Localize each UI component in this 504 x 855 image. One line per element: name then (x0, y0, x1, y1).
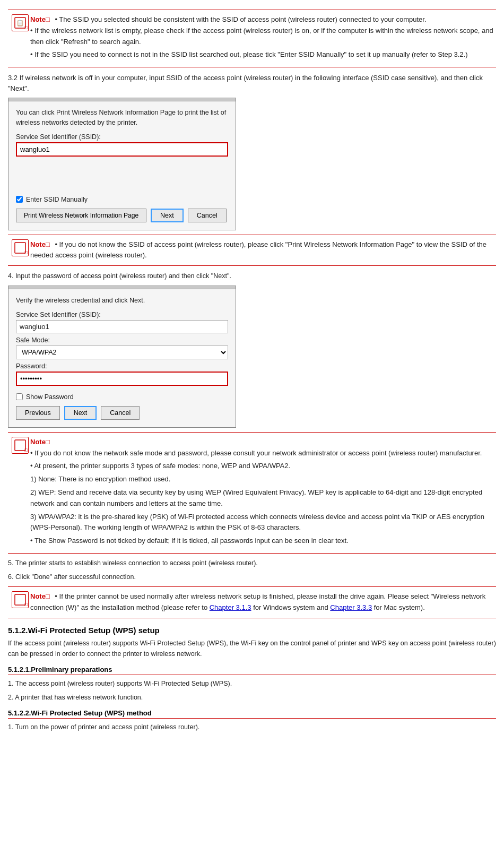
wps-section-title: 5.1.2.Wi-Fi Protected Setup (WPS) setup (8, 626, 496, 635)
print-network-info-button[interactable]: Print Wireless Network Information Page (16, 209, 146, 222)
enter-ssid-manually-label: Enter SSID Manually (26, 196, 88, 203)
wps-subsection1-title: 5.1.2.1.Preliminary preparations (8, 666, 496, 675)
password-input[interactable] (16, 372, 228, 386)
step6-text: 6. Click "Done" after successful connect… (8, 572, 496, 582)
wps-prep-2: 2. A printer that has wireless network f… (8, 692, 496, 703)
svg-text:📋: 📋 (16, 19, 24, 27)
wps-prep-1: 1. The access point (wireless router) su… (8, 678, 496, 689)
chapter333-link[interactable]: Chapter 3.3.3 (330, 603, 372, 611)
step4-desc: Verify the wireless credential and click… (16, 296, 228, 306)
note-4: Note□ • If the printer cannot be used no… (8, 586, 496, 618)
step4-cancel-button[interactable]: Cancel (101, 406, 140, 420)
password-label: Password: (16, 362, 228, 370)
ssid-input[interactable] (16, 142, 228, 157)
step32-desc: You can click Print Wireless Network Inf… (16, 108, 228, 128)
svg-rect-3 (15, 440, 25, 451)
safe-mode-select[interactable]: WPA/WPA2 WEP None (16, 346, 228, 359)
note-2-content: Note□ • If you do not know the SSID of a… (30, 239, 494, 262)
step4-buttons: Previous Next Cancel (16, 406, 228, 420)
ssid-label: Service Set Identifier (SSID): (16, 133, 228, 141)
show-password-row: Show Password (16, 393, 228, 401)
note-4-content: Note□ • If the printer cannot be used no… (30, 591, 494, 614)
wps-desc: If the access point (wireless router) su… (8, 638, 496, 659)
wps-subsection2-title: 5.1.2.2.Wi-Fi Protected Setup (WPS) meth… (8, 709, 496, 719)
note-icon-4 (10, 591, 30, 608)
note-icon-3 (10, 437, 30, 454)
safe-mode-label: Safe Mode: (16, 336, 228, 344)
note-2: Note□ • If you do not know the SSID of a… (8, 235, 496, 266)
note-1: 📋 Note□ • The SSID you selected should b… (8, 10, 496, 67)
step4-ssid-value: wangluo1 (16, 320, 228, 333)
wps-method-1: 1. Turn on the power of printer and acce… (8, 722, 496, 732)
show-password-checkbox[interactable] (16, 393, 23, 400)
show-password-label: Show Password (26, 393, 74, 401)
step32-heading: 3.2 If wireless network is off in your c… (8, 73, 496, 93)
step4-ssid-label: Service Set Identifier (SSID): (16, 311, 228, 318)
previous-button[interactable]: Previous (16, 406, 60, 420)
note-icon-2 (10, 239, 30, 256)
step32-buttons: Print Wireless Network Information Page … (16, 209, 228, 222)
note-3: Note□ • If you do not know the network s… (8, 432, 496, 554)
note-3-content: Note□ • If you do not know the network s… (30, 437, 494, 549)
enter-ssid-manually-row: Enter SSID Manually (16, 196, 228, 203)
note-icon-1: 📋 (10, 14, 30, 31)
svg-rect-4 (15, 594, 25, 605)
step4-dialog: Verify the wireless credential and click… (8, 286, 236, 428)
step5-text: 5. The printer starts to establish wirel… (8, 558, 496, 568)
step4-heading: 4. Input the password of access point (w… (8, 271, 496, 281)
step32-cancel-button[interactable]: Cancel (188, 209, 227, 222)
step32-next-button[interactable]: Next (151, 209, 184, 222)
enter-ssid-manually-checkbox[interactable] (16, 196, 23, 203)
svg-rect-2 (15, 243, 25, 253)
chapter313-link[interactable]: Chapter 3.1.3 (210, 603, 251, 611)
note-1-content: Note□ • The SSID you selected should be … (30, 14, 494, 63)
step4-next-button[interactable]: Next (64, 406, 97, 420)
step32-dialog: You can click Print Wireless Network Inf… (8, 98, 236, 230)
